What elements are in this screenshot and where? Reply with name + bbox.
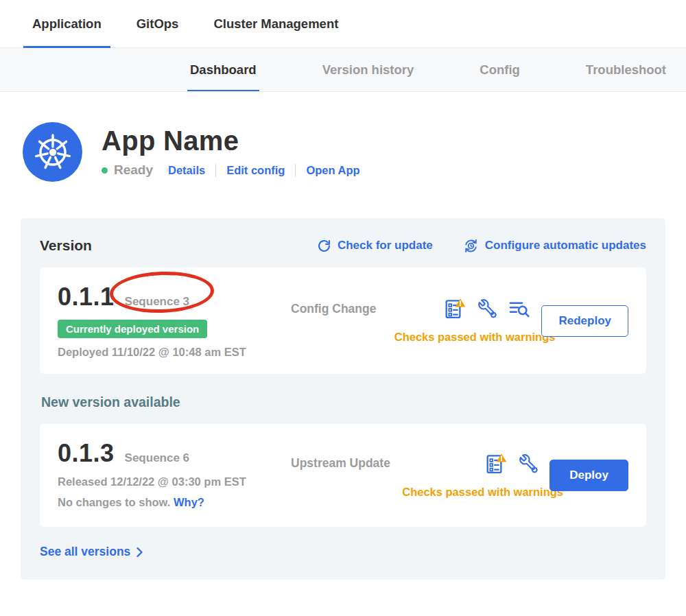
- version-source-label: Upstream Update: [291, 456, 390, 471]
- new-version-available-heading: New version available: [41, 394, 646, 410]
- version-panel-header: Version Check for update: [40, 237, 646, 254]
- version-panel-title: Version: [40, 237, 287, 254]
- current-version-sequence: Sequence 3: [125, 295, 190, 309]
- status-dot-icon: [102, 167, 108, 174]
- chevron-right-icon: [136, 547, 143, 558]
- version-source-label: Config Change: [291, 302, 376, 316]
- released-timestamp: Released 12/12/22 @ 03:30 pm EST: [58, 475, 291, 488]
- current-version-info: 0.1.1 Sequence 3 Currently deployed vers…: [58, 283, 291, 359]
- tab-label: Troubleshoot: [586, 62, 666, 78]
- view-logs-icon[interactable]: [508, 298, 530, 319]
- see-all-versions-link[interactable]: See all versions: [40, 545, 143, 559]
- new-version-action: Deploy: [539, 439, 628, 512]
- tab-dashboard[interactable]: Dashboard: [190, 48, 257, 91]
- current-version-status-area: Config Change: [291, 283, 530, 359]
- nav-item-label: GitOps: [137, 16, 179, 32]
- version-action-icons: [444, 298, 530, 320]
- no-changes-text: No changes to show.: [58, 496, 170, 508]
- new-version-status-area: Upstream Update: [291, 439, 539, 512]
- secondary-nav: Dashboard Version history Config Trouble…: [0, 48, 686, 92]
- refresh-icon: [317, 239, 331, 253]
- nav-item-cluster-management[interactable]: Cluster Management: [204, 0, 347, 47]
- open-app-link[interactable]: Open App: [306, 164, 359, 177]
- checks-warning-text: Checks passed with warnings: [291, 331, 555, 344]
- checks-warning-text: Checks passed with warnings: [291, 486, 563, 499]
- current-version-card: 0.1.1 Sequence 3 Currently deployed vers…: [40, 268, 646, 374]
- edit-config-link[interactable]: Edit config: [226, 164, 285, 177]
- deployed-timestamp: Deployed 11/10/22 @ 10:48 am EST: [58, 346, 291, 359]
- details-link[interactable]: Details: [168, 164, 205, 177]
- check-for-update-link[interactable]: Check for update: [317, 239, 433, 253]
- nav-item-label: Application: [32, 16, 102, 32]
- primary-nav: Application GitOps Cluster Management: [0, 0, 686, 48]
- configure-automatic-updates-link[interactable]: Configure automatic updates: [463, 238, 646, 254]
- new-version-card: 0.1.3 Sequence 6 Released 12/12/22 @ 03:…: [40, 424, 646, 527]
- tab-label: Version history: [322, 62, 414, 78]
- currently-deployed-badge: Currently deployed version: [58, 320, 207, 338]
- check-for-update-label: Check for update: [338, 239, 433, 252]
- current-version-action: Redeploy: [530, 283, 628, 359]
- kubernetes-logo: [23, 122, 82, 182]
- scheduled-update-icon: [463, 238, 479, 254]
- version-panel: Version Check for update: [21, 218, 665, 580]
- app-meta: Ready Details Edit config Open App: [102, 163, 360, 178]
- new-version-sequence: Sequence 6: [125, 451, 190, 465]
- app-header: App Name Ready Details Edit config Open …: [23, 122, 686, 182]
- preflight-checklist-icon[interactable]: [444, 298, 466, 320]
- wrench-gear-icon[interactable]: [477, 298, 497, 319]
- tab-config[interactable]: Config: [480, 48, 520, 91]
- nav-item-gitops[interactable]: GitOps: [128, 0, 188, 47]
- nav-item-application[interactable]: Application: [23, 0, 110, 47]
- status-badge: Ready: [114, 163, 153, 178]
- divider: [215, 164, 216, 177]
- new-version-number: 0.1.3: [58, 439, 115, 468]
- configure-automatic-updates-label: Configure automatic updates: [485, 239, 646, 252]
- page-title: App Name: [102, 126, 360, 155]
- why-link[interactable]: Why?: [174, 496, 204, 508]
- new-version-info: 0.1.3 Sequence 6 Released 12/12/22 @ 03:…: [58, 439, 291, 512]
- tab-label: Config: [480, 62, 520, 78]
- current-version-number: 0.1.1: [58, 283, 115, 311]
- preflight-checklist-icon[interactable]: [485, 453, 507, 475]
- tab-label: Dashboard: [190, 62, 257, 78]
- deploy-button[interactable]: Deploy: [549, 460, 628, 491]
- tab-version-history[interactable]: Version history: [322, 48, 414, 91]
- nav-item-label: Cluster Management: [213, 16, 338, 32]
- version-action-icons: [485, 453, 539, 475]
- divider: [295, 164, 296, 177]
- see-all-versions-label: See all versions: [40, 545, 130, 559]
- no-changes-line: No changes to show. Why?: [58, 496, 291, 509]
- tab-troubleshoot[interactable]: Troubleshoot: [586, 48, 666, 91]
- wrench-gear-icon[interactable]: [518, 453, 539, 474]
- redeploy-button[interactable]: Redeploy: [541, 305, 628, 337]
